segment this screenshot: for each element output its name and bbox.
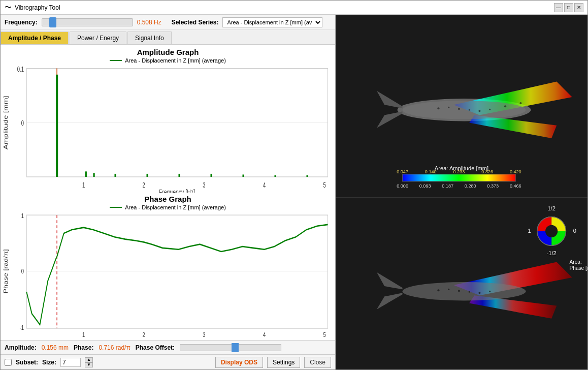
frequency-bar: Frequency: 0.508 Hz Selected Series: Are… [1, 15, 335, 30]
svg-point-77 [489, 291, 491, 292]
phase-status-value: 0.716 rad/π [99, 344, 130, 351]
svg-rect-17 [147, 174, 148, 177]
phase-plane-svg: 1/2 1 0 -1/2 Area: Phase [rad/PI] [336, 198, 587, 369]
svg-text:1/2: 1/2 [547, 206, 555, 212]
series-select[interactable]: Area - Displacement in Z [mm] (av [222, 17, 322, 27]
amplitude-chart-wrap: 0.1 0 1 2 3 4 5 Frequency [Hz] Amplitude… [3, 65, 333, 193]
phase-offset-slider[interactable] [180, 344, 281, 351]
frequency-slider[interactable] [42, 18, 133, 26]
svg-point-52 [519, 102, 521, 104]
phase-visualization: 1/2 1 0 -1/2 Area: Phase [rad/PI] [336, 198, 587, 369]
svg-text:Frequency [Hz]: Frequency [Hz] [159, 337, 195, 339]
svg-text:Amplitude [mm]: Amplitude [mm] [3, 96, 9, 149]
svg-text:5: 5 [323, 181, 326, 189]
svg-point-46 [448, 107, 449, 108]
display-ods-button[interactable]: Display ODS [215, 357, 263, 368]
window-title: Vibrography Tool [15, 4, 60, 11]
close-button[interactable]: Close [304, 357, 331, 368]
svg-text:0: 0 [573, 228, 576, 234]
size-label: Size: [42, 359, 56, 366]
amplitude-chart-svg: 0.1 0 1 2 3 4 5 Frequency [Hz] Amplitude… [3, 65, 333, 193]
subset-label: Subset: [16, 359, 38, 366]
svg-text:2: 2 [143, 331, 145, 338]
svg-rect-14 [85, 171, 87, 177]
svg-point-45 [437, 107, 439, 109]
size-up-button[interactable]: ▲ [85, 357, 93, 362]
right-panel: Area: Amplitude [mm] 0.047 0.140 [336, 15, 587, 369]
bottom-toolbar: Subset: Size: ▲ ▼ Display ODS Settings C… [1, 354, 335, 369]
freq-label: Frequency: [5, 19, 38, 26]
title-bar-left: 〜 Vibrography Tool [5, 3, 60, 12]
svg-point-72 [437, 290, 439, 292]
main-content: Frequency: 0.508 Hz Selected Series: Are… [1, 15, 587, 369]
amplitude-status-value: 0.156 mm [42, 344, 69, 351]
size-down-button[interactable]: ▼ [85, 362, 93, 367]
svg-rect-16 [115, 174, 116, 177]
bottom-status: Amplitude: 0.156 mm Phase: 0.716 rad/π P… [1, 340, 335, 354]
maximize-button[interactable]: □ [564, 3, 573, 12]
tab-power-energy[interactable]: Power / Energy [70, 32, 126, 44]
close-window-button[interactable]: ✕ [574, 3, 583, 12]
tab-signal-info[interactable]: Signal Info [127, 32, 172, 44]
svg-text:0.140: 0.140 [425, 169, 437, 174]
svg-rect-23 [26, 215, 328, 328]
phase-legend-text: Area - Displacement in Z [mm] (average) [125, 204, 226, 210]
svg-text:0.326: 0.326 [481, 169, 493, 174]
svg-point-50 [489, 109, 491, 110]
svg-text:0.233: 0.233 [453, 169, 465, 174]
svg-point-76 [478, 292, 480, 294]
size-spin-buttons: ▲ ▼ [85, 357, 93, 367]
app-icon: 〜 [5, 3, 12, 12]
svg-text:Phase [rad/PI]: Phase [rad/PI] [570, 265, 587, 271]
svg-text:4: 4 [263, 331, 266, 338]
svg-text:0.280: 0.280 [465, 183, 476, 189]
phase-chart-wrap: 1 0 -1 1 2 3 4 5 Frequency [Hz] Phase [r… [3, 211, 333, 340]
svg-text:-1: -1 [20, 324, 24, 331]
freq-value: 0.508 Hz [137, 19, 168, 26]
svg-text:1: 1 [21, 212, 24, 219]
svg-text:3: 3 [203, 331, 205, 338]
svg-text:0.187: 0.187 [442, 183, 453, 189]
svg-rect-22 [307, 175, 308, 177]
svg-point-51 [504, 105, 506, 107]
svg-rect-54 [403, 174, 516, 181]
phase-graph-container: Phase Graph Area - Displacement in Z [mm… [3, 193, 333, 340]
amplitude-graph-container: Amplitude Graph Area - Displacement in Z… [3, 46, 333, 193]
title-bar: 〜 Vibrography Tool — □ ✕ [1, 1, 587, 15]
svg-point-69 [403, 282, 526, 300]
amplitude-status-label: Amplitude: [5, 344, 37, 351]
minimize-button[interactable]: — [554, 3, 563, 12]
tab-bar: Amplitude / Phase Power / Energy Signal … [1, 30, 335, 45]
phase-status-label: Phase: [74, 344, 93, 351]
svg-text:1: 1 [528, 228, 531, 234]
svg-text:-1/2: -1/2 [547, 251, 557, 257]
svg-text:0.047: 0.047 [397, 169, 408, 174]
amplitude-plane-svg: Area: Amplitude [mm] 0.047 0.140 [336, 15, 587, 197]
svg-text:Phase [rad/π]: Phase [rad/π] [3, 249, 9, 293]
svg-text:1: 1 [82, 181, 85, 189]
svg-text:3: 3 [203, 181, 206, 189]
selected-series-label: Selected Series: [172, 19, 219, 26]
svg-point-44 [403, 101, 526, 119]
size-input[interactable] [60, 358, 81, 367]
tab-amplitude-phase[interactable]: Amplitude / Phase [1, 32, 69, 44]
amplitude-legend: Area - Displacement in Z [mm] (average) [110, 57, 226, 64]
svg-text:Frequency [Hz]: Frequency [Hz] [159, 188, 195, 192]
svg-text:0.420: 0.420 [510, 169, 521, 174]
main-window: 〜 Vibrography Tool — □ ✕ Frequency: 0.50… [0, 0, 588, 370]
svg-text:0: 0 [21, 267, 24, 274]
svg-text:4: 4 [263, 181, 266, 189]
svg-rect-13 [56, 75, 58, 177]
amplitude-legend-text: Area - Displacement in Z [mm] (average) [125, 57, 226, 64]
svg-point-74 [458, 290, 460, 292]
phase-legend-line [110, 207, 122, 208]
amplitude-visualization: Area: Amplitude [mm] 0.047 0.140 [336, 15, 587, 198]
phase-graph-title: Phase Graph [144, 195, 191, 203]
svg-text:0.1: 0.1 [17, 65, 24, 73]
subset-checkbox[interactable] [5, 359, 12, 366]
svg-rect-21 [275, 175, 276, 177]
svg-text:5: 5 [323, 331, 326, 338]
svg-point-47 [458, 108, 460, 110]
settings-button[interactable]: Settings [267, 357, 300, 368]
svg-text:0.093: 0.093 [419, 183, 431, 189]
